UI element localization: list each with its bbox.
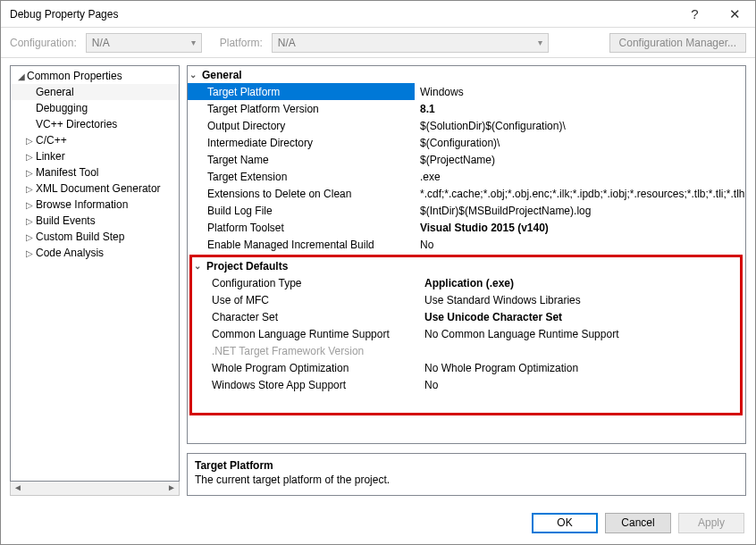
- apply-button[interactable]: Apply: [678, 513, 744, 533]
- property-key: Whole Program Optimization: [192, 359, 419, 376]
- property-value[interactable]: Windows: [415, 83, 745, 100]
- property-row[interactable]: Build Log File$(IntDir)$(MSBuildProjectN…: [188, 202, 745, 219]
- collapse-icon: ⌄: [194, 261, 206, 271]
- property-key: Extensions to Delete on Clean: [188, 185, 415, 202]
- titlebar: Debug Property Pages ? ✕: [1, 1, 755, 28]
- property-value[interactable]: No Common Language Runtime Support: [419, 325, 740, 342]
- property-key: Target Platform: [188, 83, 415, 100]
- property-key: Windows Store App Support: [192, 376, 419, 393]
- tree-item[interactable]: ▷Browse Information: [11, 197, 179, 213]
- property-value[interactable]: Use Standard Windows Libraries: [419, 291, 740, 308]
- tree-pane: ◢Common PropertiesGeneralDebuggingVC++ D…: [10, 65, 180, 496]
- cancel-button[interactable]: Cancel: [605, 513, 671, 533]
- property-value[interactable]: $(IntDir)$(MSBuildProjectName).log: [415, 202, 745, 219]
- tree-item-label: Code Analysis: [36, 247, 104, 259]
- tree-item-label: Custom Build Step: [36, 231, 124, 243]
- property-row[interactable]: Target PlatformWindows: [188, 83, 745, 100]
- tree-item-label: Debugging: [36, 102, 88, 114]
- section-header[interactable]: ⌄Project Defaults: [192, 257, 740, 274]
- property-key: Character Set: [192, 308, 419, 325]
- property-row[interactable]: Intermediate Directory$(Configuration)\: [188, 134, 745, 151]
- property-row[interactable]: Extensions to Delete on Clean*.cdf;*.cac…: [188, 185, 745, 202]
- property-row[interactable]: Target Platform Version8.1: [188, 100, 745, 117]
- tree-item-label: XML Document Generator: [36, 182, 161, 195]
- tree-item-label: Browse Information: [36, 198, 128, 211]
- property-value[interactable]: No: [415, 236, 745, 253]
- property-value[interactable]: .exe: [415, 168, 745, 185]
- property-key: Target Platform Version: [188, 100, 415, 117]
- dialog-window: Debug Property Pages ? ✕ Configuration: …: [0, 0, 756, 545]
- property-row[interactable]: Output Directory$(SolutionDir)$(Configur…: [188, 117, 745, 134]
- highlight-box: ⌄Project DefaultsConfiguration TypeAppli…: [189, 255, 743, 415]
- property-value[interactable]: $(SolutionDir)$(Configuration)\: [415, 117, 745, 134]
- property-row[interactable]: Configuration TypeApplication (.exe): [192, 274, 740, 291]
- property-key: Intermediate Directory: [188, 134, 415, 151]
- property-grid[interactable]: ⌄GeneralTarget PlatformWindowsTarget Pla…: [187, 65, 746, 444]
- configuration-combo[interactable]: N/A▾: [86, 33, 202, 53]
- tree-item-label: Linker: [36, 150, 65, 163]
- property-value[interactable]: Application (.exe): [419, 274, 740, 291]
- property-row[interactable]: Target Extension.exe: [188, 168, 745, 185]
- close-button[interactable]: ✕: [715, 1, 755, 28]
- collapse-icon: ◢: [16, 71, 27, 81]
- expand-icon: ▷: [23, 216, 36, 226]
- tree-item[interactable]: ▷C/C++: [11, 132, 179, 148]
- tree-item[interactable]: ▷Code Analysis: [11, 245, 179, 261]
- tree-item[interactable]: ▷XML Document Generator: [11, 180, 179, 197]
- collapse-icon: ⌄: [189, 70, 202, 80]
- property-row[interactable]: Common Language Runtime SupportNo Common…: [192, 325, 740, 342]
- tree-root[interactable]: ◢Common Properties: [11, 68, 179, 84]
- tree-item[interactable]: ▷Build Events: [11, 213, 179, 229]
- property-value[interactable]: 8.1: [415, 100, 745, 117]
- property-key: Target Extension: [188, 168, 415, 185]
- tree-item[interactable]: General: [11, 84, 179, 100]
- property-row[interactable]: Platform ToolsetVisual Studio 2015 (v140…: [188, 219, 745, 236]
- help-button[interactable]: ?: [675, 1, 715, 28]
- property-row[interactable]: Use of MFCUse Standard Windows Libraries: [192, 291, 740, 308]
- chevron-down-icon: ▾: [191, 38, 196, 47]
- property-key: Enable Managed Incremental Build: [188, 236, 415, 253]
- tree-item-label: Build Events: [36, 214, 96, 227]
- expand-icon: ▷: [23, 184, 36, 194]
- property-value[interactable]: No Whole Program Optimization: [419, 359, 740, 376]
- property-value[interactable]: Use Unicode Character Set: [419, 308, 740, 325]
- section-title: Project Defaults: [206, 260, 288, 272]
- expand-icon: ▷: [23, 232, 36, 242]
- property-value[interactable]: $(Configuration)\: [415, 134, 745, 151]
- property-row[interactable]: .NET Target Framework Version: [192, 342, 740, 359]
- property-value[interactable]: [419, 342, 740, 359]
- property-value[interactable]: $(ProjectName): [415, 151, 745, 168]
- tree-item[interactable]: ▷Custom Build Step: [11, 229, 179, 245]
- tree-item-label: C/C++: [36, 134, 67, 147]
- tree-scrollbar[interactable]: [10, 482, 180, 496]
- tree-item[interactable]: ▷Linker: [11, 148, 179, 164]
- configuration-manager-button[interactable]: Configuration Manager...: [609, 33, 746, 53]
- description-text: The current target platform of the proje…: [195, 474, 738, 486]
- property-key: Use of MFC: [192, 291, 419, 308]
- button-row: OK Cancel Apply: [1, 501, 755, 544]
- property-row[interactable]: Character SetUse Unicode Character Set: [192, 308, 740, 325]
- tree-item-label: Manifest Tool: [36, 166, 98, 179]
- property-row[interactable]: Target Name$(ProjectName): [188, 151, 745, 168]
- expand-icon: ▷: [23, 168, 36, 178]
- property-value[interactable]: No: [419, 376, 740, 393]
- platform-combo[interactable]: N/A▾: [272, 33, 549, 53]
- property-tree[interactable]: ◢Common PropertiesGeneralDebuggingVC++ D…: [10, 65, 180, 482]
- property-row[interactable]: Enable Managed Incremental BuildNo: [188, 236, 745, 253]
- right-pane: ⌄GeneralTarget PlatformWindowsTarget Pla…: [187, 65, 746, 496]
- property-row[interactable]: Whole Program OptimizationNo Whole Progr…: [192, 359, 740, 376]
- dialog-body: ◢Common PropertiesGeneralDebuggingVC++ D…: [1, 58, 755, 501]
- property-value[interactable]: Visual Studio 2015 (v140): [415, 219, 745, 236]
- expand-icon: ▷: [23, 152, 36, 162]
- property-key: Output Directory: [188, 117, 415, 134]
- ok-button[interactable]: OK: [532, 513, 598, 533]
- property-value[interactable]: *.cdf;*.cache;*.obj;*.obj.enc;*.ilk;*.ip…: [415, 185, 745, 202]
- property-row[interactable]: Windows Store App SupportNo: [192, 376, 740, 393]
- section-header[interactable]: ⌄General: [188, 66, 745, 83]
- property-key: .NET Target Framework Version: [192, 342, 419, 359]
- section-title: General: [202, 69, 242, 81]
- property-key: Build Log File: [188, 202, 415, 219]
- tree-item[interactable]: ▷Manifest Tool: [11, 164, 179, 180]
- tree-item[interactable]: VC++ Directories: [11, 116, 179, 132]
- tree-item[interactable]: Debugging: [11, 100, 179, 116]
